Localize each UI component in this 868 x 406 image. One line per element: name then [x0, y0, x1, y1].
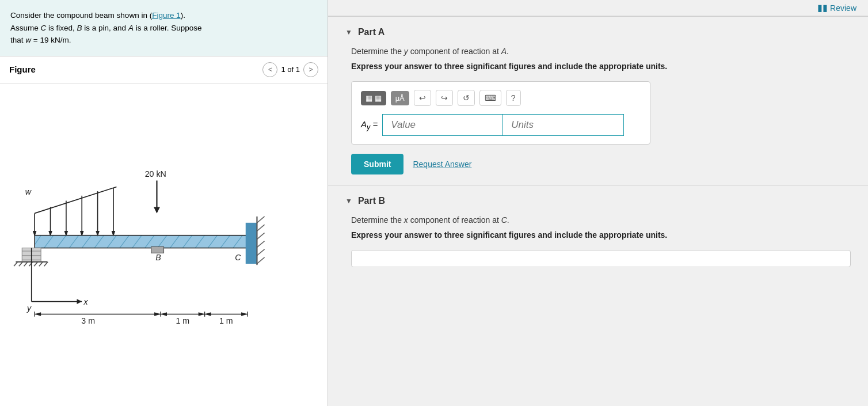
undo-icon: ↩ — [419, 93, 426, 103]
figure-nav: < 1 of 1 > — [262, 62, 318, 77]
submit-btn-a[interactable]: Submit — [351, 154, 403, 174]
review-label: Review — [830, 3, 856, 13]
part-b-title: Part B — [358, 196, 385, 206]
figure-area: w 20 kN — [0, 84, 328, 406]
figure-link[interactable]: Figure 1 — [152, 11, 181, 20]
part-b-section: ▼ Part B Determine the x component of re… — [328, 185, 868, 278]
redo-icon: ↪ — [441, 93, 448, 103]
part-b-header[interactable]: ▼ Part B — [345, 196, 851, 206]
svg-text:y: y — [26, 303, 32, 313]
answer-box-b-partial — [351, 250, 851, 267]
svg-text:1 m: 1 m — [219, 316, 233, 325]
keyboard-btn[interactable]: ⌨ — [479, 90, 501, 106]
part-a-instruction: Express your answer to three significant… — [351, 62, 851, 71]
value-input-a[interactable] — [382, 114, 503, 136]
refresh-btn[interactable]: ↺ — [458, 90, 475, 106]
svg-text:3 m: 3 m — [81, 316, 95, 325]
svg-text:w: w — [25, 187, 32, 196]
review-link[interactable]: ▮▮ Review — [817, 2, 856, 13]
problem-text: Consider the compound beam shown in (Fig… — [10, 11, 201, 44]
svg-rect-38 — [246, 223, 257, 264]
left-panel: Consider the compound beam shown in (Fig… — [0, 0, 328, 406]
help-btn[interactable]: ? — [506, 90, 521, 106]
part-b-body: Determine the x component of reaction at… — [345, 215, 851, 267]
matrix-btn[interactable]: ▦ ▦ — [361, 91, 386, 105]
action-row-a: Submit Request Answer — [351, 154, 851, 174]
svg-text:x: x — [83, 297, 89, 306]
part-a-header[interactable]: ▼ Part A — [345, 27, 851, 37]
review-icon: ▮▮ — [817, 2, 828, 13]
mu-label: μÅ — [395, 94, 405, 103]
figure-header: Figure < 1 of 1 > — [0, 56, 328, 84]
right-panel: ▮▮ Review ▼ Part A Determine the y compo… — [328, 0, 868, 406]
input-row-a: Ay = — [361, 114, 641, 136]
part-b-description: Determine the x component of reaction at… — [351, 215, 851, 225]
refresh-icon: ↺ — [463, 93, 470, 103]
answer-box-a: ▦ ▦ μÅ ↩ ↪ ↺ ⌨ — [351, 81, 650, 145]
figure-title: Figure — [9, 64, 257, 74]
undo-btn[interactable]: ↩ — [414, 90, 431, 106]
part-a-chevron: ▼ — [345, 28, 352, 36]
svg-text:B: B — [155, 253, 161, 262]
part-b-chevron: ▼ — [345, 197, 352, 205]
help-icon: ? — [511, 93, 516, 103]
part-b-instruction: Express your answer to three significant… — [351, 230, 851, 240]
svg-text:C: C — [235, 253, 241, 262]
next-button[interactable]: > — [303, 62, 318, 77]
prev-button[interactable]: < — [262, 62, 277, 77]
part-a-title: Part A — [358, 27, 385, 37]
toolbar-a: ▦ ▦ μÅ ↩ ↪ ↺ ⌨ — [361, 90, 641, 106]
svg-text:1 m: 1 m — [176, 316, 189, 325]
request-answer-link-a[interactable]: Request Answer — [413, 160, 471, 169]
matrix-icon: ▦ ▦ — [366, 94, 382, 103]
units-input-a[interactable] — [503, 114, 624, 136]
page-indicator: 1 of 1 — [281, 65, 300, 74]
part-a-description: Determine the y component of reaction at… — [351, 47, 851, 56]
svg-rect-18 — [35, 235, 249, 248]
top-bar: ▮▮ Review — [328, 0, 868, 16]
problem-statement: Consider the compound beam shown in (Fig… — [0, 0, 328, 56]
part-a-section: ▼ Part A Determine the y component of re… — [328, 17, 868, 185]
svg-text:20 kN: 20 kN — [145, 169, 166, 179]
diagram-svg: w 20 kN — [0, 84, 328, 406]
mu-btn[interactable]: μÅ — [391, 91, 409, 105]
svg-rect-37 — [151, 246, 164, 253]
keyboard-icon: ⌨ — [485, 93, 496, 103]
part-a-body: Determine the y component of reaction at… — [345, 47, 851, 174]
redo-btn[interactable]: ↪ — [436, 90, 453, 106]
ay-label: Ay = — [361, 119, 378, 131]
